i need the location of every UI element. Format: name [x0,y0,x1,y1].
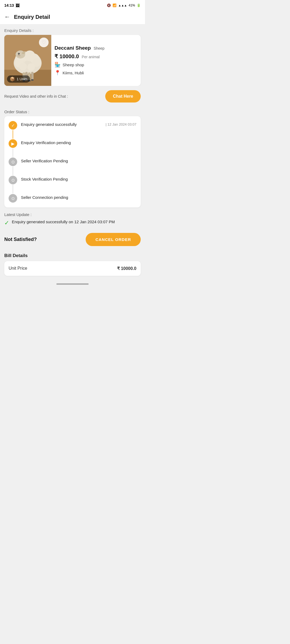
status-time: 14:13 🖼 [4,3,20,8]
status-row-0: Enquiry generated successfully | 12 Jan … [21,121,136,127]
battery-icon: 🔋 [137,3,141,7]
page-title: Enquiry Detail [14,14,50,20]
status-connector-2: ⊙ [9,158,17,176]
units-badge: 📦 1 Units [7,75,30,83]
chat-section: Request Video and other info in Chat : C… [0,86,145,107]
status-item-1: ▶ Enquiry Verification pending [9,139,136,158]
svg-point-12 [18,53,20,54]
order-status-label: Order Status : [4,107,141,116]
status-row-4: Seller Connection pending [21,194,136,200]
status-dot-0: ✓ [9,121,17,130]
status-line-1 [13,148,13,157]
status-dot-4: ⊙ [9,194,17,203]
wifi-icon: 📶 [113,3,117,7]
status-line-2 [13,167,13,175]
home-bar [56,283,89,285]
svg-point-14 [18,55,20,56]
bill-unit-price-row: Unit Price ₹ 10000.0 [9,266,136,271]
battery-level: 41% [129,3,135,7]
status-row-3: Stock Verification Pending [21,176,136,181]
check-icon: ✓ [4,219,9,226]
status-line-0 [13,130,13,139]
bill-section: Bill Details Unit Price ₹ 10000.0 [0,250,145,280]
svg-point-10 [27,63,35,71]
status-row-1: Enquiry Verification pending [21,139,136,145]
latest-update-section: Latest Update : ✓ Enquiry generated succ… [0,210,145,230]
status-connector-3: ⊙ [9,176,17,194]
product-card: ♡ 📦 1 Units Deccani Sheep Sheep ₹ 10000.… [4,35,141,86]
favorite-button[interactable]: ♡ [39,38,49,47]
status-dot-3: ⊙ [9,176,17,184]
signal-icon: ▲▲▲ [118,4,127,7]
svg-point-13 [18,53,19,54]
product-info: Deccani Sheep Sheep ₹ 10000.0 Per animal… [51,35,108,86]
header: ← Enquiry Detail [0,10,145,24]
status-dot-2: ⊙ [9,158,17,166]
shop-row: 🏪 Sheep shop [55,62,104,68]
location-row: 📍 Kiims, Hubli [55,70,104,76]
latest-update-label: Latest Update : [4,212,141,217]
enquiry-section-label: Enquiry Details : [0,24,145,35]
svg-point-11 [16,50,25,58]
status-row-2: Seller Verification Pending [21,158,136,163]
status-connector-1: ▶ [9,139,17,158]
status-item-4: ⊙ Seller Connection pending [9,194,136,203]
unit-price-label: Unit Price [9,266,27,271]
bill-card: Unit Price ₹ 10000.0 [4,261,141,276]
bill-label: Bill Details [4,253,141,258]
location-icon: 📍 [55,70,60,76]
product-price-row: ₹ 10000.0 Per animal [55,53,104,60]
shop-icon: 🏪 [55,62,60,68]
status-connector-0: ✓ [9,121,17,139]
unit-price-value: ₹ 10000.0 [117,266,136,271]
status-item-0: ✓ Enquiry generated successfully | 12 Ja… [9,121,136,139]
latest-update-text: Enquiry generated successfully on 12 Jan… [12,219,115,225]
product-name-row: Deccani Sheep Sheep [55,45,104,51]
svg-rect-19 [31,72,34,80]
status-connector-4: ⊙ [9,194,17,203]
svg-rect-23 [31,79,34,81]
status-item-2: ⊙ Seller Verification Pending [9,158,136,176]
status-item-3: ⊙ Stock Verification Pending [9,176,136,194]
photo-icon: 🖼 [16,3,20,8]
box-icon: 📦 [10,76,15,82]
status-icons: 🔇 📶 ▲▲▲ 41% 🔋 [107,3,141,7]
product-image-container: ♡ 📦 1 Units [4,35,51,86]
home-indicator [0,280,145,287]
status-dot-1: ▶ [9,139,17,148]
status-bar: 14:13 🖼 🔇 📶 ▲▲▲ 41% 🔋 [0,0,145,10]
back-button[interactable]: ← [4,13,10,20]
not-satisfied-label: Not Satisfied? [4,237,37,242]
status-card: ✓ Enquiry generated successfully | 12 Ja… [4,116,141,207]
latest-update-row: ✓ Enquiry generated successfully on 12 J… [4,219,141,226]
chat-button[interactable]: Chat Here [105,90,141,103]
svg-point-9 [19,63,27,70]
cancel-order-button[interactable]: CANCEL ORDER [86,233,141,246]
cancel-section: Not Satisfied? CANCEL ORDER [0,230,145,250]
mute-icon: 🔇 [107,3,111,7]
status-line-3 [13,185,13,193]
order-status-section: Order Status : ✓ Enquiry generated succe… [0,107,145,210]
